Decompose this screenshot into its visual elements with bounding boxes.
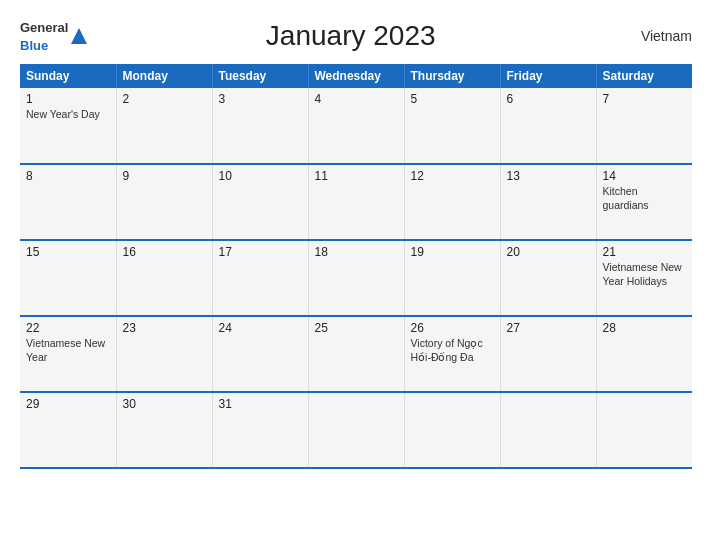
table-row: 27 <box>500 316 596 392</box>
weekday-saturday: Saturday <box>596 64 692 88</box>
table-row: 30 <box>116 392 212 468</box>
day-number: 29 <box>26 397 110 411</box>
day-number: 16 <box>123 245 206 259</box>
table-row <box>308 392 404 468</box>
day-number: 26 <box>411 321 494 335</box>
table-row: 10 <box>212 164 308 240</box>
table-row: 11 <box>308 164 404 240</box>
logo-general-text: General <box>20 20 68 35</box>
calendar-title: January 2023 <box>89 20 612 52</box>
logo: General Blue <box>20 18 89 54</box>
table-row: 8 <box>20 164 116 240</box>
day-number: 11 <box>315 169 398 183</box>
table-row: 28 <box>596 316 692 392</box>
calendar-week-row: 1New Year's Day234567 <box>20 88 692 164</box>
day-number: 12 <box>411 169 494 183</box>
day-number: 20 <box>507 245 590 259</box>
day-number: 13 <box>507 169 590 183</box>
table-row: 22Vietnamese New Year <box>20 316 116 392</box>
table-row: 15 <box>20 240 116 316</box>
table-row: 18 <box>308 240 404 316</box>
table-row: 7 <box>596 88 692 164</box>
logo-blue-text: Blue <box>20 38 48 53</box>
table-row: 29 <box>20 392 116 468</box>
calendar-week-row: 15161718192021Vietnamese New Year Holida… <box>20 240 692 316</box>
day-number: 31 <box>219 397 302 411</box>
day-number: 9 <box>123 169 206 183</box>
table-row <box>596 392 692 468</box>
calendar-table: Sunday Monday Tuesday Wednesday Thursday… <box>20 64 692 469</box>
weekday-monday: Monday <box>116 64 212 88</box>
table-row: 25 <box>308 316 404 392</box>
svg-marker-0 <box>71 28 87 44</box>
weekday-wednesday: Wednesday <box>308 64 404 88</box>
day-event: Victory of Ngọc Hồi-Đống Đa <box>411 337 483 363</box>
day-number: 28 <box>603 321 687 335</box>
day-number: 6 <box>507 92 590 106</box>
country-label: Vietnam <box>612 28 692 44</box>
table-row: 6 <box>500 88 596 164</box>
table-row: 23 <box>116 316 212 392</box>
day-number: 5 <box>411 92 494 106</box>
day-number: 4 <box>315 92 398 106</box>
weekday-thursday: Thursday <box>404 64 500 88</box>
day-number: 19 <box>411 245 494 259</box>
logo-icon <box>69 26 89 46</box>
weekday-friday: Friday <box>500 64 596 88</box>
table-row: 21Vietnamese New Year Holidays <box>596 240 692 316</box>
calendar-page: General Blue January 2023 Vietnam Sunday… <box>0 0 712 550</box>
day-number: 21 <box>603 245 687 259</box>
day-event: New Year's Day <box>26 108 100 120</box>
day-event: Vietnamese New Year <box>26 337 105 363</box>
day-number: 30 <box>123 397 206 411</box>
table-row: 9 <box>116 164 212 240</box>
day-number: 15 <box>26 245 110 259</box>
table-row: 2 <box>116 88 212 164</box>
table-row: 17 <box>212 240 308 316</box>
table-row: 1New Year's Day <box>20 88 116 164</box>
day-number: 17 <box>219 245 302 259</box>
calendar-body: 1New Year's Day234567891011121314Kitchen… <box>20 88 692 468</box>
day-number: 8 <box>26 169 110 183</box>
day-number: 23 <box>123 321 206 335</box>
day-number: 2 <box>123 92 206 106</box>
table-row: 3 <box>212 88 308 164</box>
calendar-week-row: 22Vietnamese New Year23242526Victory of … <box>20 316 692 392</box>
calendar-header: General Blue January 2023 Vietnam <box>20 18 692 54</box>
weekday-sunday: Sunday <box>20 64 116 88</box>
table-row: 5 <box>404 88 500 164</box>
day-number: 27 <box>507 321 590 335</box>
table-row <box>500 392 596 468</box>
calendar-header-row: Sunday Monday Tuesday Wednesday Thursday… <box>20 64 692 88</box>
day-event: Kitchen guardians <box>603 185 649 211</box>
day-number: 14 <box>603 169 687 183</box>
weekday-tuesday: Tuesday <box>212 64 308 88</box>
table-row: 16 <box>116 240 212 316</box>
day-number: 22 <box>26 321 110 335</box>
table-row: 19 <box>404 240 500 316</box>
day-number: 24 <box>219 321 302 335</box>
day-event: Vietnamese New Year Holidays <box>603 261 682 287</box>
calendar-week-row: 293031 <box>20 392 692 468</box>
table-row: 4 <box>308 88 404 164</box>
table-row: 26Victory of Ngọc Hồi-Đống Đa <box>404 316 500 392</box>
table-row: 31 <box>212 392 308 468</box>
day-number: 7 <box>603 92 687 106</box>
table-row: 12 <box>404 164 500 240</box>
day-number: 3 <box>219 92 302 106</box>
day-number: 18 <box>315 245 398 259</box>
table-row: 14Kitchen guardians <box>596 164 692 240</box>
day-number: 1 <box>26 92 110 106</box>
table-row: 24 <box>212 316 308 392</box>
day-number: 25 <box>315 321 398 335</box>
table-row: 13 <box>500 164 596 240</box>
table-row: 20 <box>500 240 596 316</box>
table-row <box>404 392 500 468</box>
day-number: 10 <box>219 169 302 183</box>
calendar-week-row: 891011121314Kitchen guardians <box>20 164 692 240</box>
